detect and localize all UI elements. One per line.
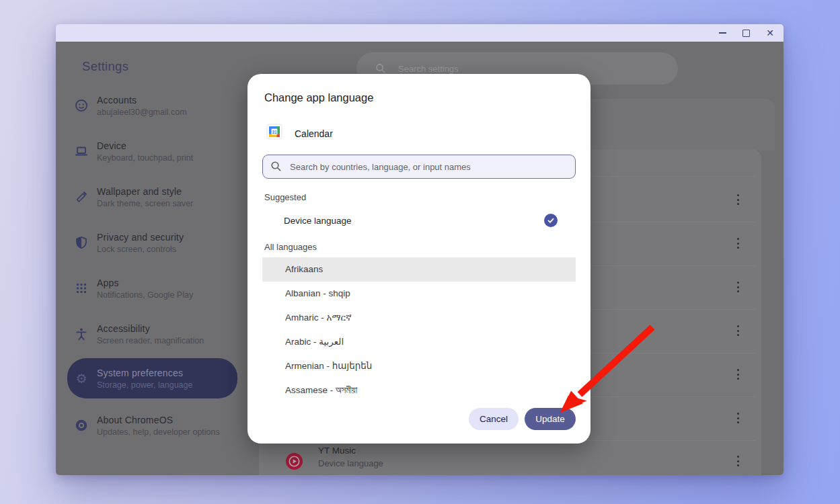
apps-grid-icon	[75, 282, 88, 295]
settings-search-placeholder: Search settings	[398, 64, 459, 74]
shield-icon	[75, 236, 88, 249]
device-language-label: Device language	[284, 216, 352, 226]
chrome-icon	[75, 419, 88, 432]
svg-text:31: 31	[272, 130, 277, 134]
language-option-arabic[interactable]: Arabic - العربية	[262, 330, 576, 354]
sidebar-label: Accounts	[97, 95, 187, 106]
kebab-menu-icon	[734, 238, 742, 249]
maximize-icon[interactable]	[742, 30, 750, 37]
kebab-menu-icon	[734, 369, 742, 380]
language-option-armenian[interactable]: Armenian - հայերեն	[262, 354, 576, 378]
page-title: Settings	[82, 59, 128, 74]
change-app-language-dialog: Change app language 31 Calendar Suggeste…	[247, 74, 590, 444]
gear-icon: ⚙	[75, 372, 88, 385]
sidebar-label: Apps	[97, 278, 193, 288]
search-icon	[270, 161, 282, 172]
suggested-section-label: Suggested	[264, 192, 306, 202]
search-icon	[375, 63, 386, 74]
kebab-menu-icon	[734, 413, 742, 423]
sidebar-sublabel: Notifications, Google Play	[97, 290, 193, 300]
sidebar-sublabel: Lock screen, controls	[97, 245, 184, 254]
kebab-menu-icon	[734, 282, 742, 292]
sidebar-label: Device	[97, 140, 193, 151]
sidebar-label: Wallpaper and style	[97, 186, 193, 197]
sidebar-item-system-preferences: ⚙ System preferences Storage, power, lan…	[67, 358, 237, 398]
cancel-button[interactable]: Cancel	[469, 408, 519, 430]
language-option-assamese[interactable]: Assamese - অসমীয়া	[262, 378, 576, 403]
language-search-input[interactable]	[262, 155, 576, 179]
sidebar-item-privacy: Privacy and security Lock screen, contro…	[67, 224, 237, 261]
app-row-title: YT Music	[318, 446, 356, 456]
sidebar-item-wallpaper: Wallpaper and style Dark theme, screen s…	[67, 178, 237, 216]
brush-icon	[75, 190, 88, 204]
account-circle-icon	[75, 99, 88, 112]
sidebar-item-device: Device Keyboard, touchpad, print	[67, 132, 237, 170]
sidebar-item-apps: Apps Notifications, Google Play	[67, 269, 237, 307]
sidebar-label: About ChromeOS	[97, 415, 220, 425]
sidebar-label: System preferences	[97, 368, 192, 378]
close-icon[interactable]: ✕	[766, 28, 774, 38]
kebab-menu-icon	[734, 456, 742, 466]
language-option-amharic[interactable]: Amharic - አማርኛ	[262, 306, 576, 330]
device-language-option[interactable]: Device language	[262, 207, 576, 234]
minimize-icon[interactable]	[719, 32, 726, 34]
kebab-menu-icon	[734, 194, 742, 205]
google-calendar-icon: 31	[266, 124, 282, 140]
sidebar-sublabel: Dark theme, screen saver	[97, 199, 193, 208]
app-row-language: Device language	[318, 458, 383, 468]
window-titlebar[interactable]: ✕	[56, 24, 784, 42]
sidebar-item-about-chromeos: About ChromeOS Updates, help, developer …	[67, 407, 237, 444]
settings-window: ✕ Settings Search settings	[56, 24, 784, 475]
sidebar-sublabel: Updates, help, developer options	[97, 427, 220, 437]
all-languages-section-label: All languages	[264, 242, 317, 252]
sidebar-item-accessibility: Accessibility Screen reader, magnificati…	[67, 315, 237, 353]
sidebar-item-accounts: Accounts abujaleel30@gmail.com	[67, 87, 237, 124]
language-option-albanian[interactable]: Albanian - shqip	[262, 282, 576, 306]
sidebar-label: Accessibility	[97, 323, 204, 334]
settings-page-dimmed: Settings Search settings	[56, 42, 784, 475]
sidebar-sublabel: Keyboard, touchpad, print	[97, 153, 193, 163]
kebab-menu-icon	[734, 325, 742, 336]
accessibility-icon	[75, 327, 88, 341]
yt-music-icon	[286, 453, 303, 470]
update-button[interactable]: Update	[525, 408, 576, 430]
check-circle-icon	[544, 214, 558, 227]
sidebar-label: Privacy and security	[97, 232, 184, 243]
dialog-title: Change app language	[264, 91, 373, 104]
sidebar-sublabel: Storage, power, language	[97, 380, 192, 390]
laptop-icon	[75, 144, 88, 158]
dialog-app-name: Calendar	[295, 128, 333, 139]
sidebar-sublabel: abujaleel30@gmail.com	[97, 108, 187, 117]
language-option-afrikaans[interactable]: Afrikaans	[262, 257, 576, 282]
sidebar-sublabel: Screen reader, magnification	[97, 336, 204, 345]
